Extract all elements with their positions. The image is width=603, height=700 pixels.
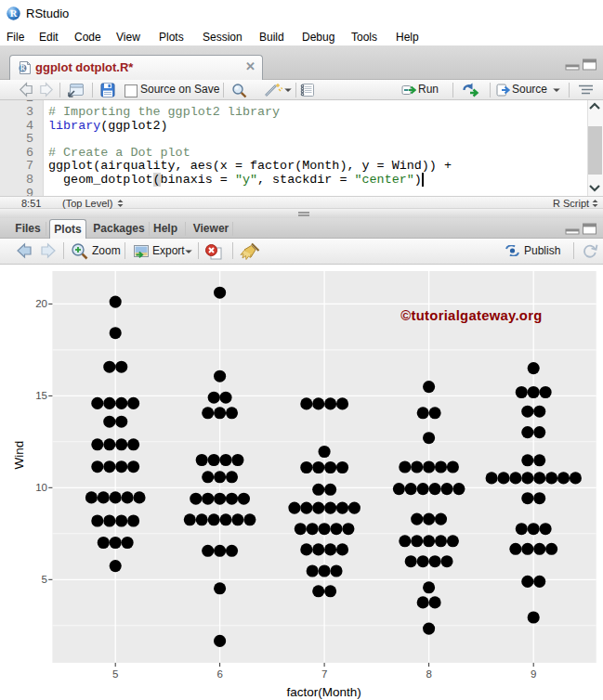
svg-text:8: 8 xyxy=(426,668,431,680)
svg-text:10: 10 xyxy=(35,482,47,493)
svg-text:R: R xyxy=(10,8,18,19)
svg-text:6: 6 xyxy=(216,668,222,680)
svg-text:7: 7 xyxy=(321,668,327,680)
svg-text:Wind: Wind xyxy=(12,441,26,470)
svg-text:5: 5 xyxy=(42,574,47,585)
svg-text:©tutorialgateway.org: ©tutorialgateway.org xyxy=(400,308,542,323)
svg-text:factor(Month): factor(Month) xyxy=(287,685,361,699)
svg-text:20: 20 xyxy=(35,298,47,309)
svg-text:15: 15 xyxy=(35,390,47,401)
svg-text:R: R xyxy=(20,64,26,72)
svg-text:5: 5 xyxy=(112,668,118,680)
svg-text:9: 9 xyxy=(531,668,536,680)
